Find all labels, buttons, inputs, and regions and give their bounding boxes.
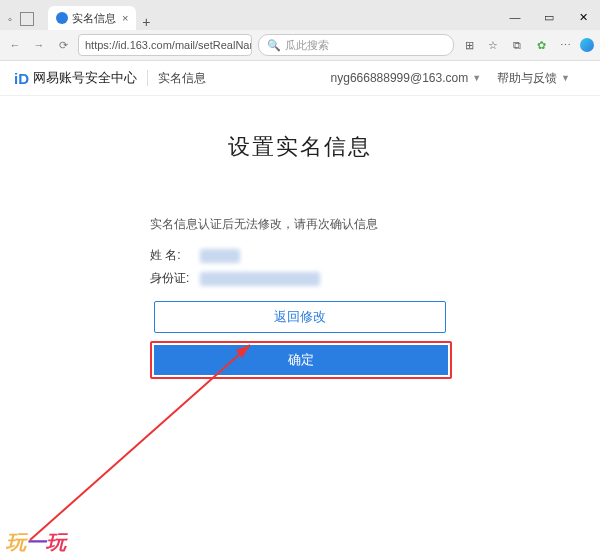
main-content: 设置实名信息 实名信息认证后无法修改，请再次确认信息 姓 名: 身份证: 返回修… [0,96,600,379]
id-value-redacted [200,272,320,286]
profile-icon[interactable]: ◦ [8,13,12,25]
collections-icon[interactable]: ⧉ [508,39,526,52]
breadcrumb: 实名信息 [158,70,206,87]
search-icon: 🔍 [267,39,281,52]
address-bar[interactable]: https://id.163.com/mail/setRealName.ht..… [78,34,252,56]
window-close-button[interactable]: ✕ [566,4,600,30]
name-value-redacted [200,249,240,263]
help-dropdown-icon[interactable]: ▼ [561,73,570,83]
search-placeholder: 瓜此搜索 [285,38,329,53]
titlebar-left-icons: ◦ [0,8,42,30]
site-header: iD 网易账号安全中心 实名信息 nyg666888999@163.com ▼ … [0,61,600,96]
back-button[interactable]: 返回修改 [154,301,446,333]
extensions-icon[interactable]: ⊞ [460,39,478,52]
browser-tab[interactable]: 实名信息 × [48,6,136,30]
id-label: 身份证: [150,270,200,287]
refresh-button[interactable]: ⟳ [54,39,72,52]
confirm-button[interactable]: 确定 [154,345,448,375]
form: 实名信息认证后无法修改，请再次确认信息 姓 名: 身份证: 返回修改 确定 [150,216,450,379]
name-row: 姓 名: [150,247,450,264]
tab-title: 实名信息 [72,11,116,26]
name-label: 姓 名: [150,247,200,264]
more-icon[interactable]: ⋯ [556,39,574,52]
search-box[interactable]: 🔍 瓜此搜索 [258,34,454,56]
site-brand[interactable]: 网易账号安全中心 [33,69,137,87]
warning-text: 实名信息认证后无法修改，请再次确认信息 [150,216,450,233]
site-logo[interactable]: iD [14,70,29,87]
new-tab-button[interactable]: + [136,14,156,30]
help-link[interactable]: 帮助与反馈 [497,70,557,87]
id-row: 身份证: [150,270,450,287]
page-title: 设置实名信息 [0,132,600,162]
minimize-button[interactable]: — [498,4,532,30]
confirm-button-highlight: 确定 [150,341,452,379]
window-titlebar: ◦ 实名信息 × + — ▭ ✕ [0,0,600,30]
browser-toolbar: ← → ⟳ https://id.163.com/mail/setRealNam… [0,30,600,61]
divider [147,70,148,86]
copilot-icon[interactable] [580,38,594,52]
watermark: 玩一玩 [6,529,66,556]
account-dropdown-icon[interactable]: ▼ [472,73,481,83]
tab-favicon [56,12,68,24]
tab-close-icon[interactable]: × [122,12,128,24]
back-button[interactable]: ← [6,39,24,51]
window-controls: — ▭ ✕ [498,4,600,30]
maximize-button[interactable]: ▭ [532,4,566,30]
forward-button[interactable]: → [30,39,48,51]
account-email[interactable]: nyg666888999@163.com [331,71,469,85]
url-text: https://id.163.com/mail/setRealName.ht..… [85,39,252,51]
favorites-icon[interactable]: ☆ [484,39,502,52]
workspace-icon[interactable] [20,12,34,26]
wechat-icon[interactable]: ✿ [532,39,550,52]
